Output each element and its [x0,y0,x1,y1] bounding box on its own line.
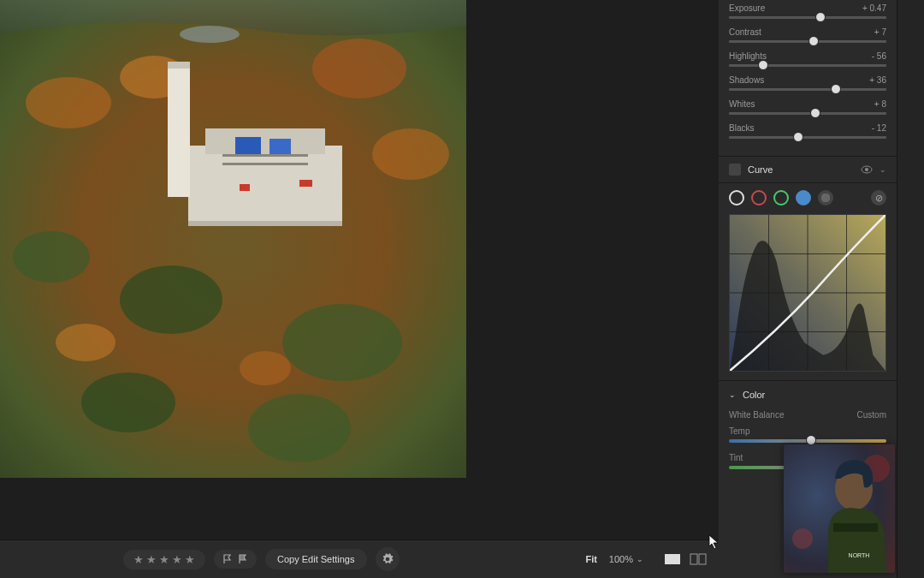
tone-curve[interactable] [729,214,886,372]
svg-rect-25 [690,554,697,564]
svg-rect-40 [833,523,878,532]
light-sliders: Exposure+ 0.47 Contrast+ 7 Highlights- 5… [719,0,897,156]
rating-stars[interactable]: ★ ★ ★ ★ ★ [123,550,205,569]
svg-point-5 [372,128,449,180]
svg-rect-16 [168,62,190,69]
right-tool-rail [897,0,924,578]
svg-point-10 [248,394,351,462]
curve-channel-green[interactable] [773,190,789,206]
curve-reset-button[interactable]: ⊘ [871,190,886,206]
svg-rect-24 [665,554,680,564]
svg-rect-19 [299,180,312,187]
svg-point-1 [180,26,240,43]
svg-rect-17 [235,137,261,154]
bottom-toolbar: ★ ★ ★ ★ ★ Copy Edit Settings Fit 100% ⌄ [0,539,719,578]
curve-channel-luma[interactable] [729,190,744,206]
svg-rect-18 [270,139,291,154]
curve-panel-icon [729,164,741,176]
svg-rect-21 [222,154,308,157]
preview-thumbnail-overlay[interactable]: NORTH [784,444,895,573]
settings-button[interactable] [376,547,400,571]
white-balance-value: Custom [857,410,886,420]
curve-channel-row: ⊘ [719,183,897,211]
curve-channel-blue[interactable] [796,190,811,206]
flag-pick-icon[interactable] [222,554,233,564]
slider-shadows[interactable]: Shadows+ 36 [729,75,886,91]
svg-point-11 [56,324,116,361]
svg-text:NORTH: NORTH [849,552,870,558]
star-4-icon[interactable]: ★ [172,553,182,566]
svg-rect-14 [205,128,325,154]
curve-param-icon[interactable] [818,190,833,206]
star-1-icon[interactable]: ★ [133,553,144,566]
svg-rect-23 [188,221,342,226]
svg-point-12 [240,351,291,385]
star-5-icon[interactable]: ★ [185,553,195,566]
chevron-down-icon: ⌄ [637,555,643,563]
star-3-icon[interactable]: ★ [159,553,169,566]
svg-rect-26 [699,554,706,564]
svg-point-38 [792,528,813,549]
svg-rect-15 [168,64,190,197]
color-panel-label: Color [743,390,765,400]
svg-point-7 [120,265,222,334]
main-canvas-area: ★ ★ ★ ★ ★ Copy Edit Settings Fit 100% ⌄ [0,0,719,578]
white-balance-label: White Balance [729,410,784,420]
slider-highlights[interactable]: Highlights- 56 [729,51,886,67]
svg-point-2 [26,77,111,128]
slider-whites[interactable]: Whites+ 8 [729,99,886,115]
svg-point-6 [13,231,90,283]
star-2-icon[interactable]: ★ [146,553,157,566]
svg-rect-22 [222,163,308,165]
slider-exposure[interactable]: Exposure+ 0.47 [729,3,886,19]
slider-blacks[interactable]: Blacks- 12 [729,123,886,139]
single-view-icon[interactable] [664,553,681,565]
chevron-down-icon[interactable]: ⌄ [880,165,886,174]
curve-panel-label: Curve [748,164,854,175]
fit-label[interactable]: Fit [585,554,596,564]
color-panel-header[interactable]: ⌄ Color [719,380,897,407]
image-viewport[interactable] [0,0,719,539]
curve-panel-header[interactable]: Curve ⌄ [719,156,897,183]
zoom-value: 100% [609,554,633,564]
svg-point-4 [312,39,406,98]
zoom-dropdown[interactable]: 100% ⌄ [609,554,643,564]
chevron-down-icon: ⌄ [729,390,736,399]
svg-point-9 [81,372,175,432]
curve-channel-red[interactable] [751,190,767,206]
edit-panel: Exposure+ 0.47 Contrast+ 7 Highlights- 5… [719,0,897,578]
slider-contrast[interactable]: Contrast+ 7 [729,27,886,43]
svg-point-28 [865,168,868,171]
edited-photo [0,0,466,478]
svg-rect-20 [240,184,250,191]
gear-icon [382,553,394,565]
compare-view-icon[interactable] [690,553,707,565]
visibility-toggle-icon[interactable] [861,165,873,174]
copy-edit-settings-button[interactable]: Copy Edit Settings [265,549,367,569]
svg-point-8 [282,304,402,381]
flag-reject-icon[interactable] [238,554,248,564]
svg-rect-13 [188,146,342,223]
white-balance-row[interactable]: White Balance Custom [719,407,897,423]
flag-group[interactable] [214,550,257,569]
